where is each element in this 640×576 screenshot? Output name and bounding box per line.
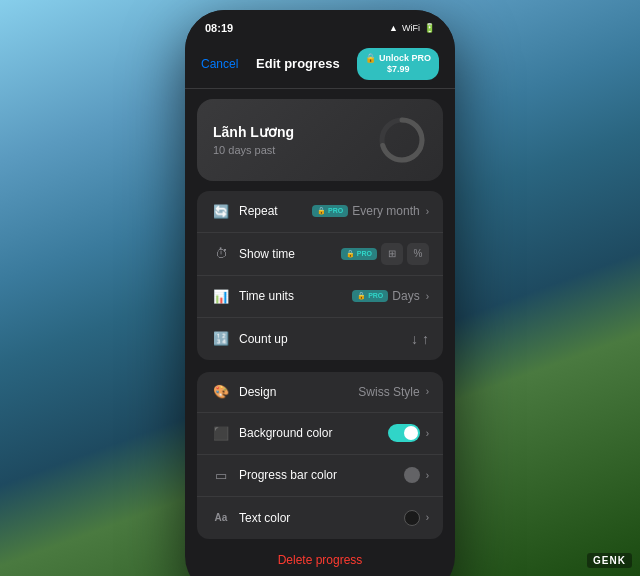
pro-badge-timeunits: 🔒 PRO	[352, 290, 388, 302]
timeunits-row[interactable]: 📊 Time units 🔒 PRO Days ›	[197, 276, 443, 318]
progress-ring	[377, 115, 427, 165]
bgcolor-toggle[interactable]	[388, 424, 420, 442]
phone-container: 08:19 ▲ WiFi 🔋 Cancel Edit progress 🔒 Un…	[185, 10, 455, 576]
unlock-label: 🔒 Unlock PRO	[365, 53, 431, 64]
wifi-icon: WiFi	[402, 23, 420, 33]
card-subtitle: 10 days past	[213, 144, 294, 156]
showtime-icon-btn1[interactable]: ⊞	[381, 243, 403, 265]
timeunits-label: Time units	[239, 289, 352, 303]
card-info: Lãnh Lương 10 days past	[213, 124, 294, 156]
repeat-chevron: ›	[426, 206, 429, 217]
arrow-up-icon[interactable]: ↑	[422, 331, 429, 347]
countup-row[interactable]: 🔢 Count up ↓ ↑	[197, 318, 443, 360]
progresscolor-chevron: ›	[426, 470, 429, 481]
bgcolor-row[interactable]: ⬛ Background color ›	[197, 413, 443, 455]
status-bar: 08:19 ▲ WiFi 🔋	[185, 10, 455, 40]
repeat-value: Every month	[352, 204, 419, 218]
progresscolor-label: Progress bar color	[239, 468, 404, 482]
textcolor-icon: Aa	[211, 508, 231, 528]
signal-icon: ▲	[389, 23, 398, 33]
timeunits-right: 🔒 PRO Days ›	[352, 289, 429, 303]
showtime-icon: ⏱	[211, 244, 231, 264]
showtime-row[interactable]: ⏱ Show time 🔒 PRO ⊞ %	[197, 233, 443, 276]
design-value: Swiss Style	[358, 385, 419, 399]
design-header[interactable]: 🎨 Design Swiss Style ›	[197, 372, 443, 413]
design-chevron: ›	[426, 386, 429, 397]
showtime-right: 🔒 PRO ⊞ %	[341, 243, 429, 265]
battery-icon: 🔋	[424, 23, 435, 33]
cancel-button[interactable]: Cancel	[201, 57, 238, 71]
timeunits-icon: 📊	[211, 286, 231, 306]
design-icon: 🎨	[211, 382, 231, 402]
page-title: Edit progress	[256, 56, 340, 71]
bgcolor-chevron: ›	[426, 428, 429, 439]
showtime-label: Show time	[239, 247, 341, 261]
settings-section-1: 🔄 Repeat 🔒 PRO Every month › ⏱ Show time…	[197, 191, 443, 360]
design-label: Design	[239, 385, 358, 399]
arrow-down-icon[interactable]: ↓	[411, 331, 418, 347]
pro-badge-repeat: 🔒 PRO	[312, 205, 348, 217]
countup-icon: 🔢	[211, 329, 231, 349]
countup-label: Count up	[239, 332, 411, 346]
progresscolor-right: ›	[404, 467, 429, 483]
status-icons: ▲ WiFi 🔋	[389, 23, 435, 33]
unlock-price: $7.99	[387, 64, 410, 75]
design-section: 🎨 Design Swiss Style › ⬛ Background colo…	[197, 372, 443, 539]
repeat-label: Repeat	[239, 204, 312, 218]
design-right: Swiss Style ›	[358, 385, 429, 399]
progress-card: Lãnh Lương 10 days past	[197, 99, 443, 181]
pro-badge-showtime: 🔒 PRO	[341, 248, 377, 260]
timeunits-chevron: ›	[426, 291, 429, 302]
progresscolor-icon: ▭	[211, 465, 231, 485]
textcolor-dot	[404, 510, 420, 526]
progresscolor-dot	[404, 467, 420, 483]
bgcolor-right: ›	[388, 424, 429, 442]
countup-right: ↓ ↑	[411, 331, 429, 347]
bgcolor-label: Background color	[239, 426, 388, 440]
textcolor-row[interactable]: Aa Text color ›	[197, 497, 443, 539]
timeunits-value: Days	[392, 289, 419, 303]
textcolor-label: Text color	[239, 511, 404, 525]
repeat-row[interactable]: 🔄 Repeat 🔒 PRO Every month ›	[197, 191, 443, 233]
progresscolor-row[interactable]: ▭ Progress bar color ›	[197, 455, 443, 497]
repeat-icon: 🔄	[211, 201, 231, 221]
repeat-right: 🔒 PRO Every month ›	[312, 204, 429, 218]
nav-bar: Cancel Edit progress 🔒 Unlock PRO $7.99	[185, 40, 455, 89]
bgcolor-icon: ⬛	[211, 423, 231, 443]
unlock-pro-button[interactable]: 🔒 Unlock PRO $7.99	[357, 48, 439, 80]
delete-button[interactable]: Delete progress	[185, 539, 455, 576]
watermark: GENK	[587, 553, 632, 568]
card-title: Lãnh Lương	[213, 124, 294, 140]
showtime-icon-btn2[interactable]: %	[407, 243, 429, 265]
textcolor-chevron: ›	[426, 512, 429, 523]
status-time: 08:19	[205, 22, 233, 34]
textcolor-right: ›	[404, 510, 429, 526]
